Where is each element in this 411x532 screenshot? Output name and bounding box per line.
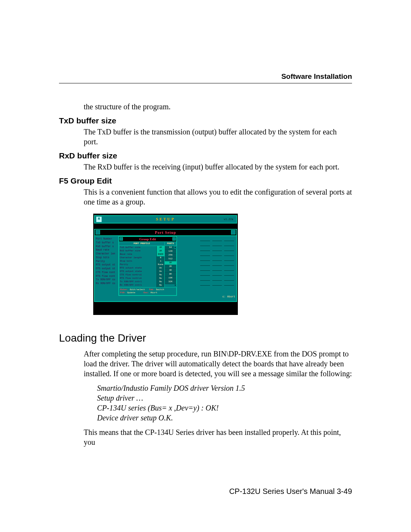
moxa-logo-icon: M xyxy=(96,217,102,222)
group-edit-dialog: Group Edit PORT PROFILE PORTS TxD buffer… xyxy=(118,236,177,296)
setup-title: SETUP xyxy=(156,217,175,222)
ports-grid xyxy=(199,238,235,287)
port-setup-title: Port Setup xyxy=(155,230,176,235)
f5-body: This is a convenient function that allow… xyxy=(84,187,352,207)
field-labels: Port Number TxD buffer s RxD buffer s Ba… xyxy=(96,237,118,286)
driver-output: Smartio/Industio Family DOS driver Versi… xyxy=(97,383,352,423)
port-profile-list: TxD buffer size1K RxD buffer size1K Baud… xyxy=(119,246,164,287)
dos-screenshot: M SETUP v1.22a Port Setup Port Number Tx… xyxy=(93,214,238,315)
port-setup-bar: Port Setup xyxy=(94,229,237,236)
window-control-icon xyxy=(96,230,100,235)
group-edit-titlebar: Group Edit xyxy=(119,237,176,242)
loading-body2: This means that the CP-134U Series drive… xyxy=(84,427,352,447)
ports-list: ▲ 64 128 256 512 1K 2K 4K 8K 16K 32K ▼ xyxy=(164,246,176,287)
rxd-body: The RxD buffer is the receiving (input) … xyxy=(84,162,352,172)
txd-heading: TxD buffer size xyxy=(59,116,352,125)
scroll-down-icon: ▼ xyxy=(174,284,177,287)
rxd-heading: RxD buffer size xyxy=(59,151,352,160)
intro-text: the structure of the program. xyxy=(84,102,352,112)
scroll-up-icon: ▲ xyxy=(174,246,177,249)
window-control-icon xyxy=(119,237,123,241)
version-label: v1.22a xyxy=(224,218,233,221)
group-edit-hints: Enter: Edit/select Tab: Switch F10: Upda… xyxy=(119,287,176,295)
group-edit-header: PORT PROFILE PORTS xyxy=(119,242,176,246)
loading-body1: After completing the setup procedure, ru… xyxy=(84,349,352,379)
setup-title-bar: M SETUP v1.22a xyxy=(94,215,237,224)
window-control-icon xyxy=(231,230,236,235)
page-footer: CP-132U Series User's Manual 3-49 xyxy=(229,487,352,496)
txd-body: The TxD buffer is the transmission (outp… xyxy=(84,127,352,147)
port-setup-panel: Port Number TxD buffer s RxD buffer s Ba… xyxy=(94,236,237,302)
abort-hint: c: Abort xyxy=(222,295,235,298)
loading-heading: Loading the Driver xyxy=(59,332,352,344)
page-header: Software Installation xyxy=(59,72,352,83)
window-control-icon xyxy=(172,237,176,241)
f5-heading: F5 Group Edit xyxy=(59,176,352,185)
